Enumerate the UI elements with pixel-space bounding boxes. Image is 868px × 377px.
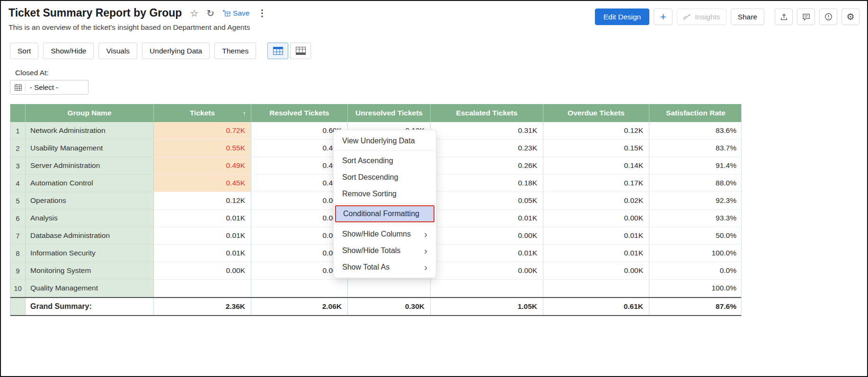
group-cell[interactable]: Server Administration <box>26 157 154 175</box>
menu-item-remove-sorting[interactable]: Remove Sorting <box>334 185 436 202</box>
favorite-star-icon[interactable]: ☆ <box>190 9 198 18</box>
tickets-cell[interactable]: 0.01K <box>154 227 251 245</box>
underlying-data-button[interactable]: Underlying Data <box>142 43 210 59</box>
tickets-cell[interactable]: 0.00K <box>154 262 251 280</box>
report-header: Ticket Summary Report by Group ☆ ↻ Save … <box>9 7 266 32</box>
group-cell[interactable]: Information Security <box>26 245 154 262</box>
tickets-cell[interactable]: 0.01K <box>154 245 251 262</box>
insights-button[interactable]: Insights <box>677 9 726 25</box>
column-header-group-name[interactable]: Group Name <box>26 104 154 122</box>
satisfaction-cell[interactable]: 50.0% <box>649 227 742 245</box>
column-header-overdue-tickets[interactable]: Overdue Tickets <box>543 104 649 122</box>
escalated-cell[interactable]: 0.23K <box>431 140 543 157</box>
sort-button[interactable]: Sort <box>10 43 38 59</box>
column-header-tickets[interactable]: Tickets ↑ <box>154 104 251 122</box>
menu-separator <box>334 224 436 224</box>
menu-item-show-total-as[interactable]: Show Total As › <box>334 259 436 275</box>
group-cell[interactable]: Operations <box>26 192 154 210</box>
save-button[interactable]: Save <box>222 9 249 18</box>
group-cell[interactable]: Monitoring System <box>26 262 154 280</box>
tickets-cell[interactable]: 0.49K <box>154 157 251 175</box>
escalated-cell[interactable]: 0.05K <box>431 192 543 210</box>
add-button[interactable]: + <box>654 9 673 25</box>
overdue-cell[interactable]: 0.14K <box>543 157 649 175</box>
group-cell[interactable]: Network Administration <box>26 122 154 140</box>
export-button[interactable] <box>775 9 793 25</box>
column-header-satisfaction-rate[interactable]: Satisfaction Rate <box>649 104 742 122</box>
visuals-button[interactable]: Visuals <box>98 43 137 59</box>
resolved-cell[interactable] <box>251 280 348 297</box>
overdue-cell[interactable]: 0.17K <box>543 175 649 192</box>
chevron-right-icon: › <box>424 229 427 239</box>
escalated-cell[interactable] <box>431 280 543 297</box>
comment-button[interactable] <box>797 9 815 25</box>
tickets-cell[interactable]: 0.01K <box>154 210 251 227</box>
satisfaction-cell[interactable]: 91.4% <box>649 157 742 175</box>
insights-icon <box>683 14 691 20</box>
grand-tickets: 2.36K <box>154 298 251 315</box>
satisfaction-cell[interactable]: 88.0% <box>649 175 742 192</box>
row-number: 10 <box>10 280 26 297</box>
group-cell[interactable]: Database Administration <box>26 227 154 245</box>
menu-item-conditional-formatting[interactable]: Conditional Formatting <box>335 205 434 222</box>
tickets-cell[interactable]: 0.45K <box>154 175 251 192</box>
report-toolbar: Sort Show/Hide Visuals Underlying Data T… <box>10 43 311 59</box>
show-hide-button[interactable]: Show/Hide <box>43 43 94 59</box>
settings-button[interactable]: ⚙ <box>841 9 859 25</box>
menu-item-sort-ascending[interactable]: Sort Ascending <box>334 152 436 169</box>
group-cell[interactable]: Usability Management <box>26 140 154 157</box>
edit-design-button[interactable]: Edit Design <box>595 9 649 25</box>
tickets-cell[interactable]: 0.55K <box>154 140 251 157</box>
satisfaction-cell[interactable]: 83.6% <box>649 122 742 140</box>
overdue-cell[interactable]: 0.02K <box>543 192 649 210</box>
group-cell[interactable]: Analysis <box>26 210 154 227</box>
satisfaction-cell[interactable]: 83.7% <box>649 140 742 157</box>
tickets-cell[interactable] <box>154 280 251 297</box>
overdue-cell[interactable] <box>543 280 649 297</box>
row-number: 7 <box>10 227 26 245</box>
table-view-toggle[interactable] <box>267 43 288 59</box>
unresolved-cell[interactable] <box>348 280 431 297</box>
escalated-cell[interactable]: 0.18K <box>431 175 543 192</box>
select-divider <box>25 83 26 92</box>
group-cell[interactable]: Automation Control <box>26 175 154 192</box>
overdue-cell[interactable]: 0.00K <box>543 210 649 227</box>
escalated-cell[interactable]: 0.31K <box>431 122 543 140</box>
escalated-cell[interactable]: 0.26K <box>431 157 543 175</box>
overdue-cell[interactable]: 0.01K <box>543 227 649 245</box>
column-header-resolved-tickets[interactable]: Resolved Tickets <box>251 104 348 122</box>
escalated-cell[interactable]: 0.00K <box>431 262 543 280</box>
satisfaction-cell[interactable]: 100.0% <box>649 280 742 297</box>
refresh-icon[interactable]: ↻ <box>206 9 214 18</box>
row-number: 5 <box>10 192 26 210</box>
column-header-escalated-tickets[interactable]: Escalated Tickets <box>431 104 543 122</box>
more-options-icon[interactable]: ⋮ <box>257 9 266 18</box>
alert-button[interactable] <box>819 9 837 25</box>
escalated-cell[interactable]: 0.01K <box>431 210 543 227</box>
overdue-cell[interactable]: 0.01K <box>543 245 649 262</box>
overdue-cell[interactable]: 0.00K <box>543 262 649 280</box>
escalated-cell[interactable]: 0.01K <box>431 245 543 262</box>
menu-separator <box>334 203 436 204</box>
satisfaction-cell[interactable]: 100.0% <box>649 245 742 262</box>
share-button[interactable]: Share <box>731 9 764 25</box>
group-cell[interactable]: Quality Management <box>26 280 154 297</box>
summary-view-toggle[interactable] <box>290 43 311 59</box>
themes-button[interactable]: Themes <box>214 43 256 59</box>
overdue-cell[interactable]: 0.12K <box>543 122 649 140</box>
tickets-cell[interactable]: 0.72K <box>154 122 251 140</box>
satisfaction-cell[interactable]: 93.3% <box>649 210 742 227</box>
menu-item-label: Show/Hide Totals <box>342 246 400 255</box>
column-header-unresolved-tickets[interactable]: Unresolved Tickets <box>348 104 431 122</box>
overdue-cell[interactable]: 0.15K <box>543 140 649 157</box>
closed-at-select[interactable]: - Select - <box>10 80 89 95</box>
alert-icon <box>824 13 833 21</box>
satisfaction-cell[interactable]: 92.3% <box>649 192 742 210</box>
tickets-cell[interactable]: 0.12K <box>154 192 251 210</box>
menu-item-show-hide-columns[interactable]: Show/Hide Columns › <box>334 226 436 242</box>
menu-item-sort-descending[interactable]: Sort Descending <box>334 169 436 185</box>
escalated-cell[interactable]: 0.00K <box>431 227 543 245</box>
menu-item-show-hide-totals[interactable]: Show/Hide Totals › <box>334 242 436 259</box>
satisfaction-cell[interactable]: 0.0% <box>649 262 742 280</box>
menu-item-view-underlying-data[interactable]: View Underlying Data <box>334 132 436 149</box>
